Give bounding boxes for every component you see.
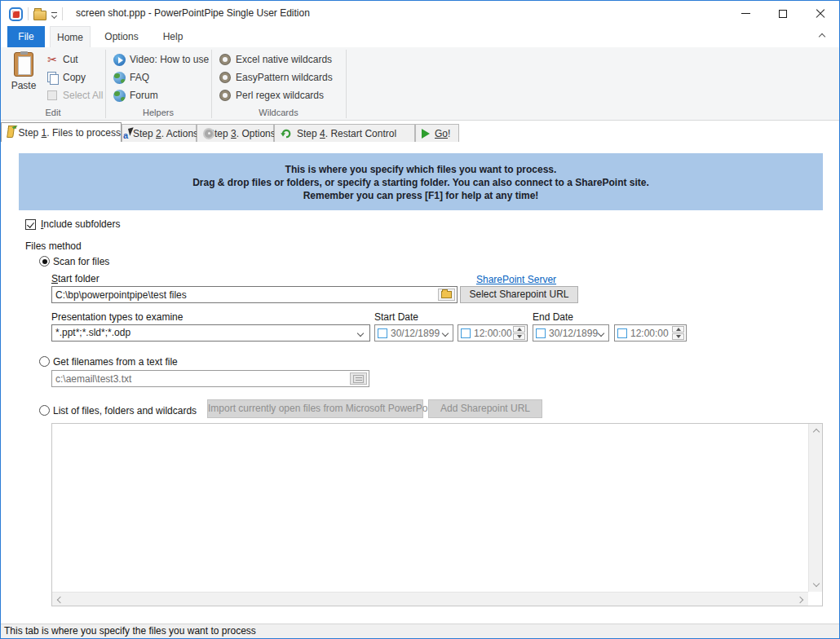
status-bar: This tab is where you specify the files … (1, 624, 839, 638)
window-controls (727, 1, 839, 26)
list-of-files-radio[interactable] (39, 405, 50, 416)
scroll-down-button[interactable] (809, 578, 823, 592)
faq-button[interactable]: FAQ (113, 70, 149, 85)
step1-panel: This is where you specify which files yo… (1, 142, 839, 624)
include-subfolders-checkbox[interactable] (25, 219, 36, 230)
step2-label: Step 2. Actions (133, 128, 198, 139)
chevron-down-icon[interactable] (442, 330, 449, 337)
video-how-to-use-button[interactable]: Video: How to use (113, 52, 209, 67)
step1-label: Step 1. Files to process (19, 127, 121, 139)
scroll-up-button[interactable] (809, 424, 823, 438)
vertical-scrollbar[interactable] (808, 424, 822, 592)
title-bar: screen shot.ppp - PowerPointPipe Single … (1, 1, 839, 26)
spin-up-icon (676, 328, 681, 331)
text-file-input[interactable] (55, 371, 369, 386)
browse-folder-button[interactable] (438, 289, 455, 301)
scan-for-files-radio[interactable] (39, 256, 50, 267)
perl-regex-wildcards-button[interactable]: Perl regex wildcards (219, 88, 324, 103)
scroll-left-button[interactable] (52, 593, 66, 606)
step3-label: Step 3. Options (208, 128, 276, 139)
copy-icon (46, 71, 59, 84)
scroll-right-button[interactable] (794, 593, 808, 606)
presentation-types-combobox[interactable]: *.ppt*;*.sld*;*.odp (51, 324, 370, 342)
import-open-files-button[interactable]: Import currently open files from Microso… (207, 399, 423, 418)
forum-button[interactable]: Forum (113, 88, 158, 103)
chevron-down-icon[interactable] (357, 330, 364, 337)
file-list-box[interactable] (51, 423, 823, 606)
group-label-helpers: Helpers (105, 107, 211, 118)
close-button[interactable] (802, 1, 839, 26)
separator (62, 7, 63, 20)
time-spinner[interactable] (672, 326, 684, 340)
easypattern-wildcards-button[interactable]: EasyPattern wildcards (219, 70, 333, 85)
copy-button[interactable]: Copy (46, 70, 86, 85)
browse-text-file-button[interactable] (350, 372, 367, 385)
start-date-picker[interactable]: 30/12/1899 (374, 324, 453, 342)
sharepoint-server-link[interactable]: SharePoint Server (476, 274, 556, 285)
maximize-button[interactable] (764, 1, 802, 26)
easypattern-wildcards-label: EasyPattern wildcards (236, 72, 333, 83)
include-subfolders-label[interactable]: Include subfolders (41, 218, 120, 230)
time-enable-checkbox[interactable] (461, 328, 471, 338)
end-time-value: 12:00:00 (630, 328, 669, 339)
select-all-button[interactable]: Select All (46, 88, 103, 103)
refresh-icon (281, 128, 292, 139)
text-file-field[interactable] (51, 370, 369, 387)
tab-home[interactable]: Home (50, 26, 91, 47)
open-file-icon[interactable] (33, 11, 46, 20)
forum-label: Forum (130, 90, 158, 101)
horizontal-scrollbar[interactable] (52, 592, 808, 606)
go-label: Go! (435, 128, 450, 139)
scan-for-files-label[interactable]: Scan for files (53, 256, 109, 267)
end-time-picker[interactable]: 12:00:00 (614, 324, 687, 342)
spin-down-icon (517, 335, 522, 338)
copy-label: Copy (63, 72, 86, 83)
close-icon (816, 9, 825, 19)
cut-button[interactable]: ✂ Cut (46, 52, 78, 67)
group-label-wildcards: Wildcards (211, 107, 346, 118)
spin-up-icon (517, 328, 522, 331)
end-date-value: 30/12/1899 (549, 328, 598, 339)
start-folder-input[interactable] (55, 287, 457, 302)
date-enable-checkbox[interactable] (378, 328, 387, 338)
tab-go[interactable]: Go! (415, 124, 459, 142)
customize-qat-dropdown-icon[interactable] (51, 11, 57, 18)
info-line-3: Remember you can press [F1] for help at … (19, 189, 823, 202)
tab-step2-actions[interactable]: a Step 2. Actions (122, 124, 197, 142)
select-sharepoint-url-button[interactable]: Select Sharepoint URL (460, 286, 578, 303)
wildcard-ring-icon (219, 53, 232, 66)
tab-step1-files-to-process[interactable]: Step 1. Files to process (1, 122, 122, 142)
info-line-1: This is where you specify which files yo… (19, 163, 823, 176)
paste-clipboard-icon (14, 52, 33, 77)
spin-down-icon (676, 335, 681, 338)
add-sharepoint-url-button[interactable]: Add Sharepoint URL (428, 399, 542, 418)
get-filenames-label[interactable]: Get filenames from a text file (53, 356, 178, 368)
collapse-ribbon-icon[interactable] (819, 33, 825, 40)
end-date-picker[interactable]: 30/12/1899 (533, 324, 609, 342)
time-spinner[interactable] (513, 326, 525, 340)
start-time-picker[interactable]: 12:00:00 (458, 324, 528, 342)
video-play-icon (113, 53, 126, 66)
cut-scissors-icon: ✂ (46, 53, 59, 66)
tab-file[interactable]: File (7, 26, 45, 47)
start-folder-label: Start folder (51, 273, 99, 284)
paste-button[interactable]: Paste (7, 51, 40, 104)
start-date-label: Start Date (374, 311, 418, 323)
tab-options[interactable]: Options (95, 26, 148, 47)
minimize-button[interactable] (727, 1, 764, 26)
info-banner: This is where you specify which files yo… (19, 153, 823, 210)
group-separator (346, 50, 347, 118)
chevron-down-icon[interactable] (598, 330, 604, 337)
time-enable-checkbox[interactable] (617, 328, 627, 338)
list-of-files-label[interactable]: List of files, folders and wildcards (53, 405, 197, 416)
folder-icon (441, 291, 452, 298)
tab-help[interactable]: Help (154, 26, 192, 47)
cut-label: Cut (63, 54, 78, 65)
tab-step4-restart-control[interactable]: Step 4. Restart Control (274, 124, 415, 142)
app-window: screen shot.ppp - PowerPointPipe Single … (0, 0, 840, 639)
date-enable-checkbox[interactable] (536, 328, 546, 338)
get-filenames-radio[interactable] (39, 356, 50, 367)
start-folder-field[interactable] (51, 286, 458, 303)
tab-step3-options[interactable]: Step 3. Options (197, 124, 274, 142)
excel-native-wildcards-button[interactable]: Excel native wildcards (219, 52, 332, 67)
